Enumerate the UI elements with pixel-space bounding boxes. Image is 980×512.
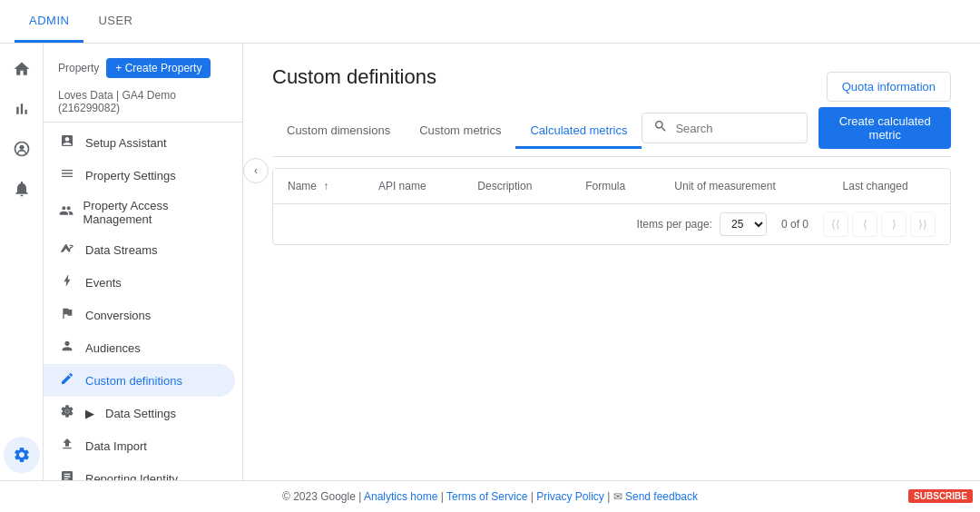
data-streams-icon	[58, 241, 76, 259]
sidebar-account: Loves Data | GA4 Demo (216299082)	[44, 85, 242, 123]
property-settings-icon	[58, 166, 76, 184]
pagination-range: 0 of 0	[781, 218, 808, 231]
data-settings-icon	[58, 404, 76, 422]
tabs-toolbar-row: Custom dimensions Custom metrics Calcula…	[272, 107, 951, 157]
sidebar-item-setup-assistant[interactable]: Setup Assistant	[44, 126, 235, 159]
sidebar-item-data-import[interactable]: Data Import	[44, 429, 235, 462]
tab-calculated-metrics[interactable]: Calculated metrics	[515, 114, 642, 149]
footer-terms-link[interactable]: Terms of Service	[446, 490, 527, 503]
main-layout: Property + Create Property Loves Data | …	[0, 44, 980, 480]
sidebar-item-property-settings[interactable]: Property Settings	[44, 159, 235, 192]
col-unit-of-measurement: Unit of measurement	[660, 169, 828, 204]
sidebar-item-events[interactable]: Events	[44, 266, 235, 299]
content-header: Custom definitions Quota information	[272, 65, 951, 107]
search-icon	[653, 119, 668, 137]
data-settings-label: Data Settings	[105, 407, 176, 420]
col-formula: Formula	[571, 169, 660, 204]
create-property-button[interactable]: + Create Property	[106, 58, 211, 78]
sidebar-item-data-streams[interactable]: Data Streams	[44, 233, 235, 266]
events-icon	[58, 273, 76, 291]
tabs-container: Custom dimensions Custom metrics Calcula…	[272, 114, 642, 149]
property-access-label: Property Access Management	[83, 199, 220, 226]
data-import-label: Data Import	[85, 439, 147, 453]
data-streams-label: Data Streams	[85, 243, 157, 257]
footer: © 2023 Google | Analytics home | Terms o…	[0, 480, 980, 512]
pagination-last-button[interactable]: ⟩⟩	[910, 212, 936, 237]
sidebar-item-audiences[interactable]: Audiences	[44, 331, 235, 364]
footer-send-feedback-link[interactable]: Send feedback	[625, 490, 698, 503]
data-settings-arrow: ▶	[85, 407, 94, 420]
property-label: Property	[58, 62, 99, 74]
icon-rail	[0, 44, 44, 480]
sidebar-item-data-settings[interactable]: ▶ Data Settings	[44, 397, 235, 429]
setup-assistant-icon	[58, 133, 76, 152]
col-last-changed: Last changed	[828, 169, 950, 204]
feedback-icon: ✉	[613, 490, 622, 503]
pagination-prev-button[interactable]: ⟨	[852, 212, 877, 237]
events-label: Events	[85, 276, 122, 290]
pagination-first-button[interactable]: ⟨⟨	[823, 212, 848, 237]
content-area: Custom definitions Quota information Cus…	[243, 44, 980, 480]
search-box	[642, 113, 808, 143]
sidebar-item-conversions[interactable]: Conversions	[44, 299, 235, 331]
settings-rail-icon[interactable]	[4, 437, 40, 473]
table-header-row: Name ↑ API name Description Formula Unit…	[273, 169, 950, 204]
table-wrapper: Name ↑ API name Description Formula Unit…	[272, 168, 951, 245]
tab-user[interactable]: USER	[83, 1, 147, 43]
svg-point-2	[65, 409, 69, 413]
setup-assistant-label: Setup Assistant	[85, 136, 167, 150]
footer-privacy-link[interactable]: Privacy Policy	[536, 490, 604, 503]
items-per-page-label: Items per page:	[637, 218, 712, 231]
sidebar-item-property-access[interactable]: Property Access Management	[44, 192, 235, 233]
custom-definitions-table: Name ↑ API name Description Formula Unit…	[273, 169, 950, 204]
barchart-rail-icon[interactable]	[4, 91, 40, 127]
tab-custom-metrics[interactable]: Custom metrics	[405, 114, 515, 149]
circle-rail-icon[interactable]	[4, 131, 40, 167]
top-nav: ADMIN USER	[0, 0, 980, 44]
sidebar-item-custom-definitions[interactable]: Custom definitions	[44, 364, 235, 397]
tab-custom-dimensions[interactable]: Custom dimensions	[272, 114, 405, 149]
conversions-icon	[58, 306, 76, 324]
pagination-next-button[interactable]: ⟩	[881, 212, 906, 237]
page-title: Custom definitions	[272, 65, 436, 89]
data-import-icon	[58, 437, 76, 455]
create-calculated-metric-button[interactable]: Create calculated metric	[818, 107, 951, 149]
sidebar-item-reporting-identity[interactable]: Reporting Identity	[44, 462, 235, 480]
reporting-identity-icon	[58, 469, 76, 480]
search-input[interactable]	[675, 122, 796, 135]
footer-copyright: © 2023 Google	[282, 490, 356, 503]
items-per-page-select[interactable]: 25	[720, 212, 767, 236]
audiences-label: Audiences	[85, 341, 141, 355]
items-per-page: Items per page: 25	[637, 212, 767, 236]
search-create-row: Create calculated metric	[642, 107, 951, 156]
table-header: Name ↑ API name Description Formula Unit…	[273, 169, 950, 204]
tab-admin[interactable]: ADMIN	[15, 1, 83, 43]
sidebar-property-header: Property + Create Property	[44, 51, 242, 85]
pagination-nav: ⟨⟨ ⟨ ⟩ ⟩⟩	[823, 212, 936, 237]
property-access-icon	[58, 203, 74, 222]
sidebar: Property + Create Property Loves Data | …	[44, 44, 243, 480]
home-rail-icon[interactable]	[4, 51, 40, 87]
svg-point-1	[19, 145, 24, 150]
sort-icon: ↑	[323, 180, 328, 192]
custom-definitions-label: Custom definitions	[85, 374, 182, 388]
sidebar-collapse-button[interactable]: ‹	[243, 158, 269, 183]
col-name: Name ↑	[273, 169, 364, 204]
custom-definitions-icon	[58, 371, 76, 389]
property-settings-label: Property Settings	[85, 169, 176, 182]
col-api-name: API name	[364, 169, 463, 204]
col-description: Description	[463, 169, 571, 204]
sidebar-wrapper: Property + Create Property Loves Data | …	[44, 44, 243, 480]
quota-information-button[interactable]: Quota information	[827, 72, 951, 102]
subscribe-badge[interactable]: SUBSCRIBE	[908, 489, 973, 503]
pagination-row: Items per page: 25 0 of 0 ⟨⟨ ⟨ ⟩ ⟩⟩	[273, 204, 950, 244]
audiences-icon	[58, 339, 76, 357]
reporting-identity-label: Reporting Identity	[85, 472, 178, 481]
conversions-label: Conversions	[85, 309, 151, 322]
footer-analytics-home-link[interactable]: Analytics home	[364, 490, 437, 503]
bell-rail-icon[interactable]	[4, 171, 40, 207]
